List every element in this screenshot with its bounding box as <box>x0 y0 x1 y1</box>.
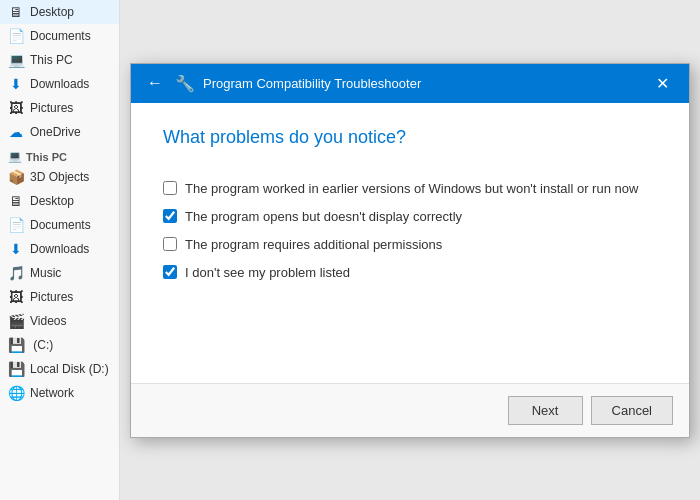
sidebar-label-pictures: Pictures <box>30 101 73 115</box>
checkbox-label-opt3[interactable]: The program requires additional permissi… <box>185 236 442 254</box>
dialog-overlay: ← 🔧 Program Compatibility Troubleshooter… <box>120 0 700 500</box>
sidebar-label-this-pc: This PC <box>30 53 73 67</box>
sidebar-item-network[interactable]: 🌐 Network <box>0 381 119 405</box>
checkbox-label-opt1[interactable]: The program worked in earlier versions o… <box>185 180 638 198</box>
close-button[interactable]: ✕ <box>648 72 677 95</box>
music-icon: 🎵 <box>8 265 24 281</box>
sidebar-item-c-drive[interactable]: 💾 (C:) <box>0 333 119 357</box>
sidebar-label-onedrive: OneDrive <box>30 125 81 139</box>
checkbox-opt1[interactable] <box>163 181 177 195</box>
pictures2-icon: 🖼 <box>8 289 24 305</box>
sidebar-label-desktop: Desktop <box>30 5 74 19</box>
sidebar-item-videos[interactable]: 🎬 Videos <box>0 309 119 333</box>
checkbox-item-opt1[interactable]: The program worked in earlier versions o… <box>163 180 657 198</box>
sidebar-item-pictures[interactable]: 🖼 Pictures <box>0 96 119 120</box>
sidebar-item-pictures2[interactable]: 🖼 Pictures <box>0 285 119 309</box>
d-drive-icon: 💾 <box>8 361 24 377</box>
documents2-icon: 📄 <box>8 217 24 233</box>
sidebar-label-c-drive: (C:) <box>30 338 53 352</box>
sidebar-label-desktop2: Desktop <box>30 194 74 208</box>
sidebar-item-documents2[interactable]: 📄 Documents <box>0 213 119 237</box>
sidebar-label-documents2: Documents <box>30 218 91 232</box>
sidebar-label-music: Music <box>30 266 61 280</box>
sidebar-label-d-drive: Local Disk (D:) <box>30 362 109 376</box>
sidebar-label-videos: Videos <box>30 314 66 328</box>
cancel-button[interactable]: Cancel <box>591 396 673 425</box>
sidebar-item-d-drive[interactable]: 💾 Local Disk (D:) <box>0 357 119 381</box>
sidebar-label-pictures2: Pictures <box>30 290 73 304</box>
back-button[interactable]: ← <box>143 72 167 94</box>
desktop2-icon: 🖥 <box>8 193 24 209</box>
checkbox-opt4[interactable] <box>163 265 177 279</box>
dialog-body: What problems do you notice? The program… <box>131 103 689 383</box>
videos-icon: 🎬 <box>8 313 24 329</box>
sidebar-label-network: Network <box>30 386 74 400</box>
checkbox-item-opt2[interactable]: The program opens but doesn't display co… <box>163 208 657 226</box>
3d-objects-icon: 📦 <box>8 169 24 185</box>
pictures-icon: 🖼 <box>8 100 24 116</box>
network-icon: 🌐 <box>8 385 24 401</box>
dialog-titlebar: ← 🔧 Program Compatibility Troubleshooter… <box>131 64 689 103</box>
checkbox-label-opt4[interactable]: I don't see my problem listed <box>185 264 350 282</box>
sidebar-item-downloads[interactable]: ⬇ Downloads <box>0 72 119 96</box>
checkbox-item-opt3[interactable]: The program requires additional permissi… <box>163 236 657 254</box>
sidebar-section-this-pc: 💻 This PC <box>0 144 119 165</box>
sidebar-item-desktop2[interactable]: 🖥 Desktop <box>0 189 119 213</box>
this-pc-section-icon: 💻 <box>8 150 22 163</box>
sidebar-item-onedrive[interactable]: ☁ OneDrive <box>0 120 119 144</box>
sidebar-item-downloads2[interactable]: ⬇ Downloads <box>0 237 119 261</box>
sidebar-item-documents[interactable]: 📄 Documents <box>0 24 119 48</box>
c-drive-icon: 💾 <box>8 337 24 353</box>
sidebar-label-downloads: Downloads <box>30 77 89 91</box>
checkbox-list: The program worked in earlier versions o… <box>163 180 657 283</box>
checkbox-label-opt2[interactable]: The program opens but doesn't display co… <box>185 208 462 226</box>
sidebar-section-label: This PC <box>26 151 67 163</box>
desktop-icon: 🖥 <box>8 4 24 20</box>
dialog: ← 🔧 Program Compatibility Troubleshooter… <box>130 63 690 438</box>
downloads2-icon: ⬇ <box>8 241 24 257</box>
dialog-question: What problems do you notice? <box>163 127 657 148</box>
documents-icon: 📄 <box>8 28 24 44</box>
sidebar-label-downloads2: Downloads <box>30 242 89 256</box>
next-button[interactable]: Next <box>508 396 583 425</box>
sidebar-label-3d-objects: 3D Objects <box>30 170 89 184</box>
downloads-icon: ⬇ <box>8 76 24 92</box>
checkbox-item-opt4[interactable]: I don't see my problem listed <box>163 264 657 282</box>
troubleshooter-icon: 🔧 <box>175 74 195 93</box>
onedrive-icon: ☁ <box>8 124 24 140</box>
checkbox-opt3[interactable] <box>163 237 177 251</box>
dialog-footer: Next Cancel <box>131 383 689 437</box>
sidebar-item-desktop[interactable]: 🖥 Desktop <box>0 0 119 24</box>
this-pc-icon: 💻 <box>8 52 24 68</box>
checkbox-opt2[interactable] <box>163 209 177 223</box>
dialog-title: Program Compatibility Troubleshooter <box>203 76 640 91</box>
sidebar-label-documents: Documents <box>30 29 91 43</box>
sidebar-item-3d-objects[interactable]: 📦 3D Objects <box>0 165 119 189</box>
sidebar-item-this-pc[interactable]: 💻 This PC <box>0 48 119 72</box>
main-content: ← 🔧 Program Compatibility Troubleshooter… <box>120 0 700 500</box>
sidebar: 🖥 Desktop 📄 Documents 💻 This PC ⬇ Downlo… <box>0 0 120 500</box>
sidebar-item-music[interactable]: 🎵 Music <box>0 261 119 285</box>
